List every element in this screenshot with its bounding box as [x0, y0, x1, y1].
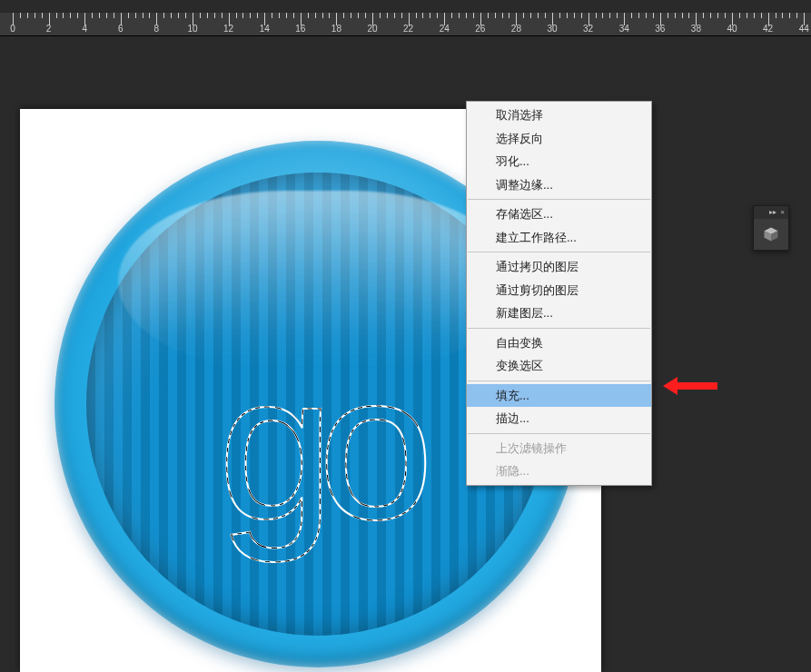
ruler-label: 38 [691, 24, 701, 34]
menu-item-deselect[interactable]: 取消选择 [467, 104, 651, 127]
ruler-subtick [63, 13, 64, 18]
menu-item-xform-sel[interactable]: 变换选区 [467, 354, 651, 378]
ruler-label: 8 [154, 24, 160, 34]
annotation-arrow [663, 375, 717, 397]
ruler-label: 42 [763, 24, 773, 34]
ruler-label: 6 [118, 24, 124, 34]
ruler-subtick [286, 13, 287, 18]
ruler-subtick [20, 13, 21, 18]
ruler-subtick [617, 13, 618, 18]
ruler-subtick [538, 13, 539, 18]
panel-collapse-icon[interactable]: ▸▸ [769, 209, 776, 216]
ruler-subtick [380, 13, 381, 18]
ruler-subtick [631, 13, 632, 18]
canvas-area[interactable]: go [0, 36, 811, 672]
menu-item-stroke[interactable]: 描边... [467, 407, 651, 430]
ruler-subtick [668, 13, 668, 18]
ruler-subtick [703, 13, 704, 18]
ruler-subtick [185, 13, 186, 18]
menu-item-cut-layer[interactable]: 通过剪切的图层 [467, 279, 651, 302]
ruler-subtick [135, 13, 136, 18]
ruler-label: 44 [799, 24, 809, 34]
panel-header[interactable]: ▸▸ × [754, 206, 788, 219]
ruler-subtick [653, 13, 654, 18]
panel-collapsed-3d[interactable]: ▸▸ × [753, 205, 789, 251]
ruler-subtick [279, 13, 280, 18]
ruler-subtick [365, 13, 366, 18]
ruler-subtick [272, 13, 272, 18]
ruler-subtick [214, 13, 215, 18]
svg-marker-0 [663, 377, 717, 395]
ruler-label: 40 [727, 24, 737, 34]
ruler-subtick [178, 13, 179, 18]
ruler-subtick [488, 13, 489, 18]
ruler-subtick [422, 13, 423, 18]
ruler-label: 10 [187, 24, 197, 34]
horizontal-ruler: 0246810121416182022242628303234363840424… [0, 13, 811, 36]
panel-body[interactable] [754, 219, 788, 250]
ruler-subtick [77, 13, 78, 18]
ruler-subtick [495, 13, 496, 18]
ruler-subtick [114, 13, 114, 18]
ruler-subtick [207, 13, 208, 18]
ruler-subtick [747, 13, 747, 18]
ruler-subtick [451, 13, 452, 18]
menu-separator [468, 380, 650, 381]
menu-item-fill[interactable]: 填充... [467, 384, 651, 408]
ruler-subtick [509, 13, 509, 18]
ruler-subtick [602, 13, 603, 18]
ruler-label: 16 [295, 24, 305, 34]
panel-close-icon[interactable]: × [780, 209, 785, 216]
ruler-subtick [710, 13, 711, 18]
menu-item-workpath[interactable]: 建立工作路径... [467, 226, 651, 250]
ruler-subtick [530, 13, 531, 18]
ruler-subtick [322, 13, 323, 18]
ruler-subtick [42, 13, 43, 18]
ruler-subtick [688, 13, 689, 18]
ruler-subtick [106, 13, 107, 18]
ruler-label: 34 [619, 24, 629, 34]
ruler-subtick [789, 13, 790, 18]
ruler-subtick [581, 13, 582, 18]
ruler-subtick [646, 13, 647, 18]
ruler-label: 0 [10, 24, 15, 34]
ruler-subtick [27, 13, 28, 18]
ruler-subtick [200, 13, 201, 18]
ruler-subtick [92, 13, 93, 18]
ruler-label: 28 [511, 24, 521, 34]
ruler-subtick [343, 13, 344, 18]
ruler-top-strip [0, 0, 811, 13]
ruler-label: 4 [82, 24, 87, 34]
menu-item-refine[interactable]: 调整边缘... [467, 173, 651, 197]
ruler-subtick [358, 13, 359, 18]
menu-item-new-layer[interactable]: 新建图层... [467, 301, 651, 325]
ruler-subtick [128, 13, 129, 18]
ruler-subtick [466, 13, 467, 18]
ruler-label: 22 [403, 24, 413, 34]
ruler-subtick [782, 13, 783, 18]
cube-3d-icon [763, 226, 779, 242]
ruler-subtick [559, 13, 560, 18]
menu-item-inverse[interactable]: 选择反向 [467, 127, 651, 151]
ruler-subtick [473, 13, 474, 18]
ruler-label: 14 [260, 24, 270, 34]
ruler-subtick [754, 13, 755, 18]
context-menu[interactable]: 取消选择选择反向羽化...调整边缘...存储选区...建立工作路径...通过拷贝… [466, 101, 652, 486]
ruler-subtick [351, 13, 351, 18]
ruler-subtick [682, 13, 683, 18]
menu-item-save-sel[interactable]: 存储选区... [467, 203, 651, 226]
menu-item-free-xform[interactable]: 自由变换 [467, 331, 651, 355]
ruler-subtick [596, 13, 597, 18]
ruler-subtick [675, 13, 676, 18]
ruler-subtick [717, 13, 718, 18]
ruler-subtick [523, 13, 524, 18]
ruler-subtick [609, 13, 610, 18]
ruler-subtick [329, 13, 330, 18]
ruler-subtick [149, 13, 150, 18]
menu-item-copy-layer[interactable]: 通过拷贝的图层 [467, 255, 651, 279]
menu-item-feather[interactable]: 羽化... [467, 150, 651, 173]
ruler-subtick [567, 13, 568, 18]
ruler-subtick [308, 13, 309, 18]
ruler-subtick [545, 13, 546, 18]
ruler-subtick [163, 13, 164, 18]
